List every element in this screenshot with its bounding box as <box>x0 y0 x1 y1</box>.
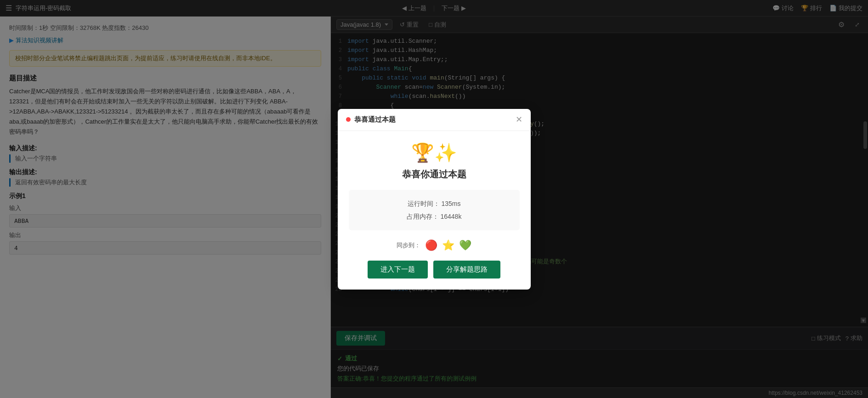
modal-buttons: 进入下一题 分享解题思路 <box>349 261 520 280</box>
runtime-label: 运行时间： <box>408 200 440 207</box>
modal-overlay: 恭喜通过本题 ✕ 🏆✨ 恭喜你通过本题 运行时间： 135ms 占用内存： 16… <box>0 0 868 398</box>
share-label: 同步到： <box>397 241 420 250</box>
modal-close-btn[interactable]: ✕ <box>516 115 522 124</box>
modal-trophy-icon: 🏆✨ <box>349 142 520 164</box>
memory-value: 16448k <box>440 213 461 220</box>
next-problem-modal-btn[interactable]: 进入下一题 <box>368 261 428 279</box>
weibo-share-icon[interactable]: 🔴 <box>425 239 437 251</box>
modal-share: 同步到： 🔴 ⭐ 💚 <box>349 239 520 251</box>
modal-header: 恭喜通过本题 ✕ <box>338 109 531 131</box>
modal-stats: 运行时间： 135ms 占用内存： 16448k <box>349 190 520 230</box>
runtime-value: 135ms <box>441 200 460 207</box>
share-solution-btn[interactable]: 分享解题思路 <box>433 261 500 279</box>
star-share-icon[interactable]: ⭐ <box>442 239 454 251</box>
modal-header-title: 恭喜通过本题 <box>354 115 396 124</box>
congratulations-modal: 恭喜通过本题 ✕ 🏆✨ 恭喜你通过本题 运行时间： 135ms 占用内存： 16… <box>338 109 531 290</box>
wechat-share-icon[interactable]: 💚 <box>459 239 471 251</box>
modal-title: 恭喜你通过本题 <box>349 168 520 181</box>
modal-body: 🏆✨ 恭喜你通过本题 运行时间： 135ms 占用内存： 16448k 同步到：… <box>338 131 531 290</box>
memory-stat: 占用内存： 16448k <box>360 210 509 223</box>
modal-header-icon <box>346 117 351 122</box>
runtime-stat: 运行时间： 135ms <box>360 197 509 210</box>
memory-label: 占用内存： <box>407 213 439 220</box>
